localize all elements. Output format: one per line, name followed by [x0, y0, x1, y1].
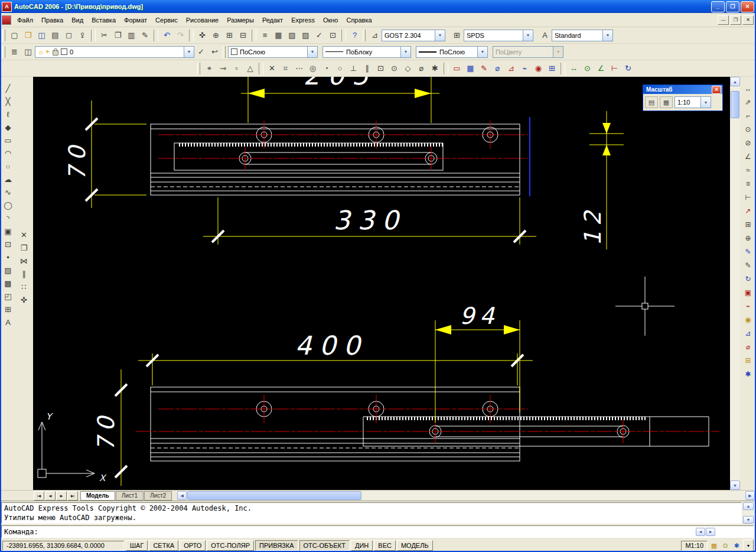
- markup-set-manager-icon[interactable]: ✓: [312, 29, 326, 42]
- plot-preview-icon[interactable]: ◻: [62, 29, 76, 42]
- snap-apparent-intersection-icon[interactable]: ⌗: [279, 62, 292, 75]
- spds-level-icon[interactable]: ⊿: [741, 326, 755, 340]
- scroll-right-icon[interactable]: ▶: [745, 491, 755, 500]
- status-toggle[interactable]: ВЕС: [374, 540, 396, 551]
- circle-icon[interactable]: ○: [1, 160, 15, 173]
- line-icon[interactable]: ╱: [1, 82, 15, 95]
- new-icon[interactable]: ▢: [8, 29, 21, 42]
- zoom-window-icon[interactable]: ⊞: [223, 29, 236, 42]
- status-toggle[interactable]: МОДЕЛЬ: [397, 540, 433, 551]
- chevron-down-icon[interactable]: ▼: [700, 97, 711, 108]
- paste-icon[interactable]: ▥: [125, 29, 138, 42]
- chevron-down-icon[interactable]: ▼: [435, 30, 445, 41]
- status-expand-button[interactable]: ▼: [743, 540, 754, 551]
- canvas-horizontal-scrollbar[interactable]: ◀ ▶: [177, 491, 755, 500]
- sheet-set-manager-icon[interactable]: ▨: [299, 29, 312, 42]
- dim-radius-icon[interactable]: ⊙: [741, 122, 755, 136]
- menu-item[interactable]: Вставка: [87, 15, 120, 25]
- snap-insert-icon[interactable]: ⊡: [374, 62, 387, 75]
- move-icon[interactable]: ✜: [17, 293, 31, 306]
- dim-continue-icon[interactable]: ⊢: [741, 190, 755, 204]
- scroll-thumb[interactable]: [731, 91, 739, 118]
- snap-quadrant-icon[interactable]: ◔: [320, 62, 333, 75]
- plot-icon[interactable]: ▤: [48, 29, 62, 42]
- polygon-icon[interactable]: ◆: [1, 121, 15, 134]
- spds-format-icon[interactable]: ▭: [450, 62, 464, 75]
- last-tab-button[interactable]: ▶|: [67, 491, 78, 501]
- status-toggle[interactable]: ДИН: [351, 540, 373, 551]
- spds-node-icon[interactable]: ◉: [741, 313, 755, 326]
- dim-ordinate-icon[interactable]: ⌐: [741, 109, 755, 122]
- spds-elevation-icon[interactable]: ⊿: [504, 62, 518, 75]
- menu-item[interactable]: Правка: [37, 15, 67, 25]
- mdi-close-button[interactable]: ✕: [742, 15, 754, 25]
- layer-freeze-icon[interactable]: ☀: [45, 48, 50, 55]
- status-toggle[interactable]: ОТС-ОБЪЕКТ: [299, 540, 350, 551]
- lineweight-combo[interactable]: ПоСлою ▼: [416, 46, 488, 58]
- layer-combo[interactable]: ☼ ☀ 0 ▼: [35, 46, 194, 58]
- scroll-thumb[interactable]: [187, 491, 361, 500]
- dim-linear-icon[interactable]: ↔: [741, 82, 755, 95]
- first-tab-button[interactable]: |◀: [34, 491, 44, 501]
- dim-update-icon[interactable]: ↻: [621, 62, 635, 75]
- spds-section-icon[interactable]: ⌁: [518, 62, 532, 75]
- make-object-layer-current-icon[interactable]: ✓: [194, 46, 208, 59]
- cut-icon[interactable]: ✂: [97, 29, 111, 42]
- menu-item[interactable]: Express: [287, 15, 319, 25]
- undo-icon[interactable]: ↶: [160, 29, 174, 42]
- layer-color-swatch[interactable]: [61, 48, 67, 55]
- snap-midpoint-icon[interactable]: △: [243, 62, 257, 75]
- menu-item[interactable]: Сервис: [151, 15, 182, 25]
- scale-list-icon[interactable]: ▤: [645, 96, 658, 108]
- dim-radius-icon[interactable]: ⊙: [581, 62, 594, 75]
- scroll-left-icon[interactable]: ◀: [177, 491, 187, 500]
- scale-indicator[interactable]: М1:10: [681, 541, 708, 551]
- menu-item[interactable]: Размеры: [223, 15, 258, 25]
- zoom-previous-icon[interactable]: ⊟: [236, 29, 250, 42]
- snap-node-icon[interactable]: ⊙: [387, 62, 401, 75]
- linetype-combo[interactable]: ПоБлоку ▼: [322, 46, 411, 58]
- annotation-scale-icon[interactable]: ▦: [709, 541, 719, 550]
- scroll-up-icon[interactable]: ▲: [743, 502, 754, 510]
- spds-cut-icon[interactable]: ⌁: [741, 299, 755, 313]
- dimension-70-bottom[interactable]: 70: [93, 369, 127, 486]
- dim-diameter-icon[interactable]: ⊘: [741, 136, 755, 150]
- chevron-down-icon[interactable]: ▼: [400, 47, 410, 57]
- minimize-button[interactable]: _: [711, 1, 725, 12]
- table-icon[interactable]: ⊞: [1, 303, 15, 316]
- help-icon[interactable]: ?: [348, 29, 361, 42]
- spline-icon[interactable]: ∿: [1, 186, 15, 199]
- layers-icon[interactable]: ◫: [21, 46, 35, 59]
- dimension-12[interactable]: 12: [579, 111, 624, 249]
- snap-endpoint-icon[interactable]: ▫: [230, 62, 243, 75]
- rectangle-icon[interactable]: ▭: [1, 134, 15, 147]
- dim-update-icon[interactable]: ↻: [741, 272, 755, 285]
- match-properties-icon[interactable]: ✎: [138, 29, 152, 42]
- scroll-down-icon[interactable]: ▼: [743, 516, 754, 524]
- scale-apply-icon[interactable]: ▦: [660, 96, 673, 108]
- properties-icon[interactable]: ≡: [258, 29, 272, 42]
- mdi-minimize-button[interactable]: —: [718, 15, 729, 25]
- layout-tab[interactable]: Лист1: [116, 491, 144, 501]
- status-toggle[interactable]: ШАГ: [126, 540, 148, 551]
- copy-object-icon[interactable]: ❐: [17, 241, 31, 254]
- menu-item[interactable]: Формат: [120, 15, 151, 25]
- scale-combo[interactable]: 1:10 ▼: [674, 96, 711, 108]
- dimension-94[interactable]: 94: [435, 303, 520, 423]
- dim-linear-icon[interactable]: ↔: [567, 62, 581, 75]
- dimension-330[interactable]: 330: [203, 197, 536, 245]
- arc-icon[interactable]: ◠: [1, 147, 15, 160]
- dim-style-icon[interactable]: ▣: [741, 285, 755, 299]
- dimension-205[interactable]: 205: [241, 77, 439, 123]
- toolbar-grip[interactable]: [2, 30, 5, 41]
- construction-line-icon[interactable]: ╳: [1, 95, 15, 108]
- mirror-icon[interactable]: ⋈: [17, 254, 31, 267]
- publish-icon[interactable]: ⇪: [76, 29, 89, 42]
- chevron-down-icon[interactable]: ▼: [184, 47, 194, 57]
- redo-icon[interactable]: ↷: [174, 29, 187, 42]
- dim-angular-icon[interactable]: ∠: [741, 150, 755, 163]
- pan-icon[interactable]: ✜: [195, 29, 209, 42]
- dim-baseline-icon[interactable]: ≡: [741, 177, 755, 190]
- dim-text-edit-icon[interactable]: ✎: [741, 258, 755, 272]
- dim-edit-icon[interactable]: ✎: [741, 245, 755, 258]
